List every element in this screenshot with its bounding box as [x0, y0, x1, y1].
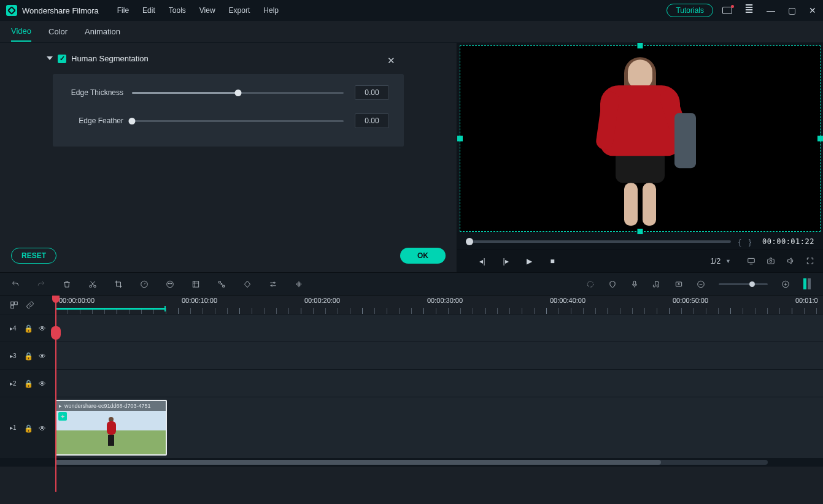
playhead[interactable] [55, 296, 56, 492]
section-close-icon[interactable]: ✕ [387, 55, 395, 66]
track-row: ▸2🔒👁 [0, 369, 823, 397]
volume-icon[interactable] [786, 257, 795, 265]
section-human-segmentation-header[interactable]: ✓ Human Segmentation ✕ [0, 43, 457, 68]
stop-icon[interactable]: ■ [548, 257, 557, 265]
track-lane[interactable] [55, 370, 823, 397]
speed-icon[interactable] [140, 280, 149, 288]
freeze-icon[interactable] [674, 280, 683, 288]
menu-edit[interactable]: Edit [142, 6, 155, 15]
track-lane[interactable] [55, 342, 823, 369]
preview-progress[interactable] [466, 240, 731, 243]
edge-feather-value[interactable]: 0.00 [355, 113, 389, 128]
marker-icon[interactable] [608, 280, 617, 288]
lock-icon[interactable]: 🔒 [24, 424, 31, 432]
track-header: ▸3🔒👁 [0, 342, 55, 369]
color-icon[interactable] [166, 280, 174, 288]
green-screen-icon[interactable] [191, 280, 200, 288]
track-lane[interactable]: ▸wondershare-ec91dd68-d703-4751✦ [55, 397, 823, 458]
render-indicator[interactable] [803, 278, 812, 289]
audio-icon[interactable] [295, 280, 303, 288]
record-icon[interactable] [630, 280, 639, 288]
edge-feather-slider[interactable] [132, 120, 344, 122]
cut-icon[interactable] [88, 280, 97, 288]
clip-play-icon: ▸ [59, 403, 62, 409]
timeline-scrollbar[interactable] [0, 458, 823, 467]
menu-tools[interactable]: Tools [169, 6, 186, 15]
lock-icon[interactable]: 🔒 [24, 380, 31, 387]
track-manager-icon[interactable] [10, 300, 18, 309]
edge-thickness-value[interactable]: 0.00 [355, 85, 389, 100]
transform-handle-right[interactable] [817, 136, 823, 142]
clip[interactable]: ▸wondershare-ec91dd68-d703-4751✦ [55, 400, 167, 456]
display-icon[interactable] [747, 257, 755, 265]
visibility-icon[interactable]: 👁 [39, 352, 46, 359]
snapshot-icon[interactable] [767, 257, 775, 265]
preview-canvas[interactable] [460, 45, 821, 232]
maximize-button[interactable]: ▢ [787, 6, 796, 15]
prop-edge-feather: Edge Feather 0.00 [68, 113, 389, 128]
tasks-icon[interactable] [744, 6, 754, 15]
motion-tracking-icon[interactable] [217, 280, 226, 288]
svg-point-12 [271, 284, 272, 286]
audio-mixer-icon[interactable] [652, 280, 661, 288]
fullscreen-icon[interactable] [806, 257, 814, 265]
crop-icon[interactable] [114, 280, 123, 288]
mark-in-icon[interactable]: { [738, 237, 741, 246]
zoom-slider[interactable] [719, 283, 768, 285]
inspector-actions: RESET OK [0, 239, 457, 272]
tutorials-button[interactable]: Tutorials [667, 4, 713, 17]
track-header: ▸4🔒👁 [0, 315, 55, 342]
undo-icon[interactable] [11, 280, 20, 288]
ruler-label: 00:00:20:00 [304, 297, 340, 304]
track-header: ▸2🔒👁 [0, 370, 55, 397]
edge-thickness-slider[interactable] [132, 92, 344, 94]
link-icon[interactable] [26, 300, 34, 309]
lock-icon[interactable]: 🔒 [24, 324, 31, 332]
menu-file[interactable]: File [117, 6, 129, 15]
tab-color[interactable]: Color [48, 22, 68, 41]
preview-controls: ◂| |▸ ▶ ■ 1/2 ▼ [457, 249, 823, 272]
reset-button[interactable]: RESET [11, 248, 56, 264]
collapse-icon[interactable] [47, 56, 53, 60]
track-badge: ▸1 [10, 424, 17, 431]
minimize-button[interactable]: — [767, 6, 775, 15]
mark-out-icon[interactable]: } [749, 237, 751, 246]
menu-view[interactable]: View [199, 6, 215, 15]
zoom-out-icon[interactable] [697, 280, 705, 288]
delete-icon[interactable] [63, 280, 71, 288]
timeline-options [0, 296, 55, 314]
visibility-icon[interactable]: 👁 [39, 424, 46, 432]
inspector-panel: ✓ Human Segmentation ✕ Edge Thickness 0.… [0, 43, 457, 272]
visibility-icon[interactable]: 👁 [39, 380, 46, 387]
transform-handle-top[interactable] [638, 43, 643, 48]
ruler-label: 00:00:10:00 [182, 297, 217, 304]
range-indicator[interactable] [55, 308, 166, 310]
mix-icon[interactable] [586, 280, 595, 288]
step-back-icon[interactable]: |▸ [501, 257, 510, 265]
zoom-in-icon[interactable] [781, 280, 790, 288]
menu-help[interactable]: Help [263, 6, 279, 15]
enable-checkbox[interactable]: ✓ [58, 55, 66, 63]
svg-point-16 [678, 283, 679, 284]
ok-button[interactable]: OK [400, 248, 446, 264]
messages-icon[interactable] [722, 7, 732, 14]
tab-video[interactable]: Video [11, 21, 31, 42]
tab-animation[interactable]: Animation [85, 22, 120, 41]
timeline-ruler[interactable]: 00:00:00:0000:00:10:0000:00:20:0000:00:3… [55, 296, 823, 314]
track-header: ▸1🔒👁 [0, 397, 55, 458]
play-icon[interactable]: ▶ [525, 257, 533, 265]
visibility-icon[interactable]: 👁 [39, 324, 46, 332]
playback-quality-select[interactable]: 1/2 ▼ [705, 256, 736, 267]
lock-icon[interactable]: 🔒 [24, 352, 31, 359]
track-lane[interactable] [55, 315, 823, 342]
close-button[interactable]: ✕ [808, 6, 817, 15]
transform-handle-left[interactable] [457, 136, 463, 142]
ruler-label: 00:01:0 [795, 297, 818, 304]
prev-frame-icon[interactable]: ◂| [478, 257, 487, 265]
track-badge: ▸2 [10, 380, 17, 387]
clip-name: wondershare-ec91dd68-d703-4751 [64, 403, 151, 409]
keyframe-icon[interactable] [243, 280, 252, 288]
redo-icon[interactable] [37, 280, 45, 288]
menu-export[interactable]: Export [229, 6, 250, 15]
adjust-icon[interactable] [269, 280, 277, 288]
